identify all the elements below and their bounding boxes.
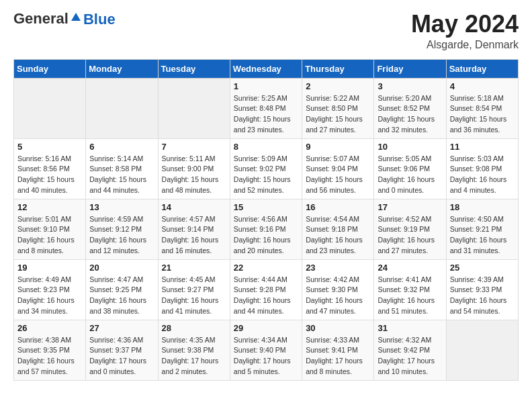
day-number: 11: [450, 142, 515, 152]
day-info: Sunrise: 5:25 AMSunset: 8:48 PMDaylight:…: [234, 93, 298, 136]
day-info: Sunrise: 4:49 AMSunset: 9:23 PMDaylight:…: [17, 275, 82, 317]
week-row-3: 12Sunrise: 5:01 AMSunset: 9:10 PMDayligh…: [14, 199, 519, 259]
day-number: 17: [378, 202, 442, 212]
day-info: Sunrise: 5:03 AMSunset: 9:08 PMDaylight:…: [450, 154, 515, 196]
day-number: 5: [17, 142, 82, 152]
day-number: 19: [17, 263, 82, 273]
day-cell: 17Sunrise: 4:52 AMSunset: 9:19 PMDayligh…: [374, 199, 446, 259]
day-number: 29: [234, 323, 298, 333]
day-cell: 16Sunrise: 4:54 AMSunset: 9:18 PMDayligh…: [302, 199, 374, 259]
day-info: Sunrise: 4:33 AMSunset: 9:41 PMDaylight:…: [306, 335, 370, 377]
day-cell: 6Sunrise: 5:14 AMSunset: 8:58 PMDaylight…: [86, 138, 158, 199]
day-info: Sunrise: 4:36 AMSunset: 9:37 PMDaylight:…: [89, 335, 154, 377]
day-cell: 18Sunrise: 4:50 AMSunset: 9:21 PMDayligh…: [446, 199, 518, 259]
day-cell: [158, 78, 230, 138]
day-info: Sunrise: 4:35 AMSunset: 9:38 PMDaylight:…: [162, 335, 226, 377]
day-number: 31: [378, 323, 442, 333]
day-number: 21: [162, 263, 226, 273]
logo: General Blue: [13, 11, 116, 27]
day-cell: 24Sunrise: 4:41 AMSunset: 9:32 PMDayligh…: [374, 259, 446, 320]
day-cell: 25Sunrise: 4:39 AMSunset: 9:33 PMDayligh…: [446, 259, 518, 320]
day-cell: 31Sunrise: 4:32 AMSunset: 9:42 PMDayligh…: [374, 320, 446, 380]
header-thursday: Thursday: [302, 59, 374, 78]
day-cell: 29Sunrise: 4:34 AMSunset: 9:40 PMDayligh…: [230, 320, 302, 380]
day-cell: 11Sunrise: 5:03 AMSunset: 9:08 PMDayligh…: [446, 138, 518, 199]
svg-marker-0: [71, 13, 81, 21]
day-info: Sunrise: 5:11 AMSunset: 9:00 PMDaylight:…: [162, 154, 226, 196]
day-number: 10: [378, 142, 442, 152]
day-number: 3: [378, 81, 442, 91]
day-info: Sunrise: 4:57 AMSunset: 9:14 PMDaylight:…: [162, 214, 226, 257]
day-cell: 19Sunrise: 4:49 AMSunset: 9:23 PMDayligh…: [14, 259, 86, 320]
logo-general: General: [13, 10, 69, 27]
day-info: Sunrise: 4:38 AMSunset: 9:35 PMDaylight:…: [17, 335, 82, 377]
day-info: Sunrise: 5:18 AMSunset: 8:54 PMDaylight:…: [450, 93, 515, 136]
day-info: Sunrise: 4:44 AMSunset: 9:28 PMDaylight:…: [234, 275, 298, 317]
day-number: 14: [162, 202, 226, 212]
day-cell: [446, 320, 518, 380]
day-cell: 23Sunrise: 4:42 AMSunset: 9:30 PMDayligh…: [302, 259, 374, 320]
header-sunday: Sunday: [14, 59, 86, 78]
calendar-table: SundayMondayTuesdayWednesdayThursdayFrid…: [13, 59, 519, 381]
day-number: 27: [89, 323, 154, 333]
day-cell: 30Sunrise: 4:33 AMSunset: 9:41 PMDayligh…: [302, 320, 374, 380]
day-cell: 10Sunrise: 5:05 AMSunset: 9:06 PMDayligh…: [374, 138, 446, 199]
day-number: 30: [306, 323, 370, 333]
day-info: Sunrise: 4:56 AMSunset: 9:16 PMDaylight:…: [234, 214, 298, 257]
day-cell: 22Sunrise: 4:44 AMSunset: 9:28 PMDayligh…: [230, 259, 302, 320]
day-number: 16: [306, 202, 370, 212]
header-monday: Monday: [86, 59, 158, 78]
day-info: Sunrise: 4:42 AMSunset: 9:30 PMDaylight:…: [306, 275, 370, 317]
day-info: Sunrise: 4:59 AMSunset: 9:12 PMDaylight:…: [89, 214, 154, 257]
day-info: Sunrise: 5:20 AMSunset: 8:52 PMDaylight:…: [378, 93, 442, 136]
day-cell: 26Sunrise: 4:38 AMSunset: 9:35 PMDayligh…: [14, 320, 86, 380]
page-header: General Blue May 2024 Alsgarde, Denmark: [13, 11, 519, 51]
day-number: 1: [234, 81, 298, 91]
day-number: 9: [306, 142, 370, 152]
day-number: 24: [378, 263, 442, 273]
title-block: May 2024 Alsgarde, Denmark: [411, 11, 519, 51]
day-cell: 5Sunrise: 5:16 AMSunset: 8:56 PMDaylight…: [14, 138, 86, 199]
day-number: 18: [450, 202, 515, 212]
day-cell: 12Sunrise: 5:01 AMSunset: 9:10 PMDayligh…: [14, 199, 86, 259]
day-number: 7: [162, 142, 226, 152]
day-number: 4: [450, 81, 515, 91]
week-row-1: 1Sunrise: 5:25 AMSunset: 8:48 PMDaylight…: [14, 78, 519, 138]
header-tuesday: Tuesday: [158, 59, 230, 78]
day-info: Sunrise: 4:34 AMSunset: 9:40 PMDaylight:…: [234, 335, 298, 377]
day-number: 28: [162, 323, 226, 333]
day-info: Sunrise: 4:50 AMSunset: 9:21 PMDaylight:…: [450, 214, 515, 257]
location: Alsgarde, Denmark: [411, 39, 519, 51]
day-cell: 27Sunrise: 4:36 AMSunset: 9:37 PMDayligh…: [86, 320, 158, 380]
day-number: 13: [89, 202, 154, 212]
header-row: SundayMondayTuesdayWednesdayThursdayFrid…: [14, 59, 519, 78]
header-wednesday: Wednesday: [230, 59, 302, 78]
day-info: Sunrise: 4:32 AMSunset: 9:42 PMDaylight:…: [378, 335, 442, 377]
day-cell: [14, 78, 86, 138]
header-friday: Friday: [374, 59, 446, 78]
month-year: May 2024: [411, 11, 519, 38]
header-saturday: Saturday: [446, 59, 518, 78]
day-cell: 15Sunrise: 4:56 AMSunset: 9:16 PMDayligh…: [230, 199, 302, 259]
day-number: 25: [450, 263, 515, 273]
day-number: 26: [17, 323, 82, 333]
day-info: Sunrise: 4:45 AMSunset: 9:27 PMDaylight:…: [162, 275, 226, 317]
day-info: Sunrise: 5:14 AMSunset: 8:58 PMDaylight:…: [89, 154, 154, 196]
week-row-2: 5Sunrise: 5:16 AMSunset: 8:56 PMDaylight…: [14, 138, 519, 199]
week-row-4: 19Sunrise: 4:49 AMSunset: 9:23 PMDayligh…: [14, 259, 519, 320]
day-cell: 20Sunrise: 4:47 AMSunset: 9:25 PMDayligh…: [86, 259, 158, 320]
day-cell: 28Sunrise: 4:35 AMSunset: 9:38 PMDayligh…: [158, 320, 230, 380]
day-cell: 13Sunrise: 4:59 AMSunset: 9:12 PMDayligh…: [86, 199, 158, 259]
day-info: Sunrise: 5:05 AMSunset: 9:06 PMDaylight:…: [378, 154, 442, 196]
day-info: Sunrise: 5:07 AMSunset: 9:04 PMDaylight:…: [306, 154, 370, 196]
day-cell: 1Sunrise: 5:25 AMSunset: 8:48 PMDaylight…: [230, 78, 302, 138]
day-cell: 8Sunrise: 5:09 AMSunset: 9:02 PMDaylight…: [230, 138, 302, 199]
day-info: Sunrise: 4:39 AMSunset: 9:33 PMDaylight:…: [450, 275, 515, 317]
day-info: Sunrise: 5:09 AMSunset: 9:02 PMDaylight:…: [234, 154, 298, 196]
day-number: 8: [234, 142, 298, 152]
logo-icon: [70, 11, 82, 24]
day-number: 22: [234, 263, 298, 273]
day-info: Sunrise: 5:01 AMSunset: 9:10 PMDaylight:…: [17, 214, 82, 257]
day-cell: 7Sunrise: 5:11 AMSunset: 9:00 PMDaylight…: [158, 138, 230, 199]
day-info: Sunrise: 4:52 AMSunset: 9:19 PMDaylight:…: [378, 214, 442, 257]
